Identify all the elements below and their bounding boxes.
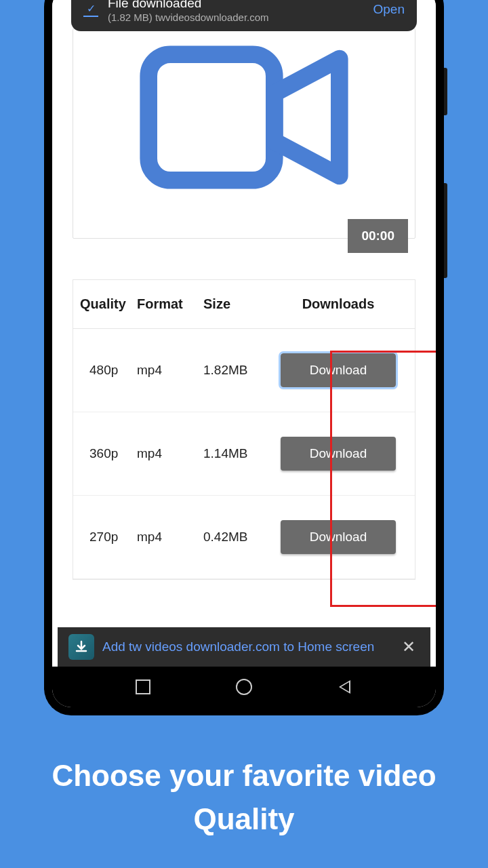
cell-size: 1.82MB (198, 363, 266, 378)
recents-button[interactable] (136, 679, 150, 694)
table-header-row: Quality Format Size Downloads (73, 280, 415, 329)
svg-rect-0 (148, 54, 274, 180)
check-icon: ✓ (83, 2, 98, 17)
header-quality: Quality (77, 296, 137, 312)
video-duration-badge: 00:00 (348, 219, 408, 253)
cell-size: 0.42MB (198, 530, 266, 545)
open-button[interactable]: Open (373, 2, 405, 17)
cell-format: mp4 (137, 363, 198, 378)
header-size: Size (198, 296, 266, 312)
download-button[interactable]: Download (281, 520, 396, 554)
download-button[interactable]: Download (281, 437, 396, 471)
table-row: 480p mp4 1.82MB Download (73, 329, 415, 412)
notification-subtitle: (1.82 MB) twvideosdownloader.com (108, 12, 269, 23)
prompt-text: Add tw videos downloader.com to Home scr… (102, 638, 390, 656)
cell-format: mp4 (137, 446, 198, 461)
cell-size: 1.14MB (198, 446, 266, 461)
download-button[interactable]: Download (281, 353, 396, 387)
promo-caption: Choose your favorite video Quality (0, 754, 488, 841)
add-to-homescreen-prompt[interactable]: Add tw videos downloader.com to Home scr… (58, 627, 430, 667)
phone-frame: ✓ File downloaded (1.82 MB) twvideosdown… (44, 0, 444, 715)
back-button[interactable] (338, 678, 352, 696)
phone-screen: ✓ File downloaded (1.82 MB) twvideosdown… (52, 0, 436, 707)
notification-title: File downloaded (108, 0, 269, 11)
table-row: 270p mp4 0.42MB Download (73, 496, 415, 579)
phone-side-button (444, 68, 447, 115)
android-nav-bar (52, 667, 436, 707)
video-preview[interactable]: 00:00 (73, 28, 415, 239)
download-notification[interactable]: ✓ File downloaded (1.82 MB) twvideosdown… (71, 0, 417, 31)
table-row: 360p mp4 1.14MB Download (73, 412, 415, 496)
close-icon[interactable]: ✕ (398, 635, 420, 659)
home-button[interactable] (236, 679, 252, 695)
header-format: Format (137, 296, 198, 312)
quality-table: Quality Format Size Downloads 480p mp4 1… (73, 279, 415, 580)
download-arrow-icon (68, 634, 94, 660)
phone-side-button (444, 183, 447, 278)
cell-quality: 480p (77, 363, 137, 378)
video-preview-area: 00:00 (52, 0, 436, 266)
header-downloads: Downloads (266, 296, 411, 312)
video-camera-icon (136, 29, 352, 208)
cell-format: mp4 (137, 530, 198, 545)
cell-quality: 270p (77, 530, 137, 545)
cell-quality: 360p (77, 446, 137, 461)
